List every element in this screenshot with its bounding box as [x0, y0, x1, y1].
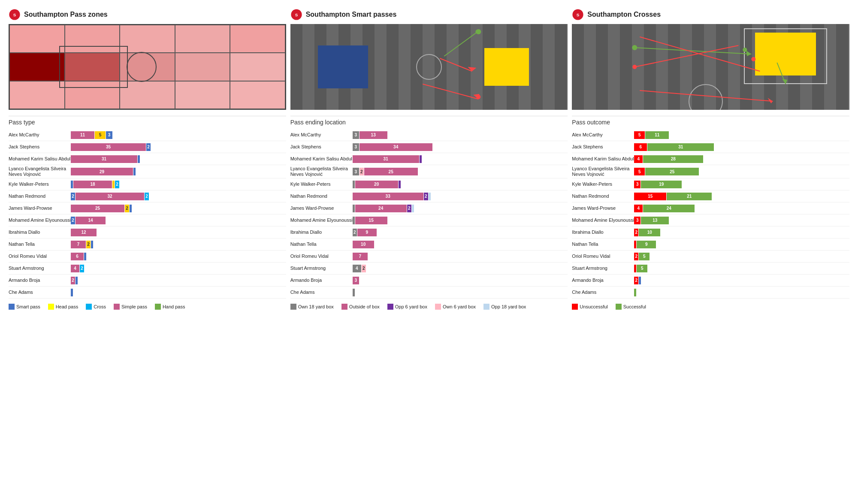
player-name: Mohamed Amine Elyounoussi	[9, 217, 71, 223]
bar-successful: 24	[643, 205, 695, 212]
legend-color-smart	[9, 304, 15, 310]
title-crosses: Southampton Crosses	[587, 11, 661, 18]
bars-container: 334	[353, 143, 568, 151]
bar-cross: 2	[115, 181, 119, 188]
bar-opp6	[420, 155, 422, 163]
player-name: Mohamed Karim Salisu Abdul	[572, 156, 634, 162]
bar-unsuccessful: 3	[634, 217, 640, 224]
player-name: Lyanco Evangelista Silveira Neves Vojnov…	[290, 166, 353, 177]
bar-smart	[133, 168, 136, 175]
player-row: Oriol Romeu Vidal7	[290, 250, 568, 263]
team-logo-2: S	[290, 9, 302, 21]
player-row: James Ward-Prowse424	[572, 202, 849, 214]
player-row: Armando Broja3	[290, 275, 568, 287]
player-row: Nathan Tella9	[572, 238, 849, 250]
bar-outside: 7	[353, 253, 368, 260]
svg-point-11	[476, 95, 480, 99]
bar-successful	[634, 289, 636, 296]
player-row: Stuart Armstrong42	[290, 263, 568, 275]
player-row: Nathan Tella10	[290, 238, 568, 250]
bar-own18	[353, 205, 355, 212]
legend-color-cross	[86, 304, 92, 310]
bars-container: 424	[634, 205, 849, 212]
legend-unsuccessful: Unsuccessful	[572, 304, 607, 310]
bar-head: 2	[125, 205, 129, 212]
player-name: Kyle Walker-Peters	[572, 181, 634, 187]
bars-container: 9	[634, 241, 849, 248]
bar-simple: 6	[71, 253, 84, 260]
legend-pass-zones: Smart pass Head pass Cross Simple pass H…	[9, 304, 286, 310]
bar-simple: 2	[71, 277, 75, 284]
legend-opp6: Opp 6 yard box	[387, 304, 427, 310]
legend-color-simple	[114, 304, 120, 310]
player-row: Kyle Walker-Peters319	[572, 178, 849, 190]
bars-container: 2	[634, 277, 849, 284]
legend-color-outside	[341, 304, 347, 310]
bars-container: 29	[71, 168, 286, 175]
player-name: Armando Broja	[290, 278, 353, 283]
legend-label-hand: Hand pass	[163, 304, 185, 309]
player-name: Alex McCarthy	[290, 132, 353, 138]
team-logo-1: S	[9, 9, 21, 21]
player-row: Mohamed Karim Salisu Abdul31	[290, 153, 568, 165]
bars-container: 319	[634, 181, 849, 188]
bar-opp6: 2	[407, 205, 411, 212]
player-row: Che Adams	[572, 287, 849, 299]
bar-own18	[353, 289, 355, 296]
player-name: Mohamed Karim Salisu Abdul	[9, 156, 71, 162]
bars-container: 25	[634, 253, 849, 260]
section-label-crosses: Pass outcome	[572, 116, 849, 126]
bars-container: 252	[71, 205, 286, 212]
svg-line-23	[640, 91, 773, 101]
bars-container: 182	[71, 181, 286, 188]
player-name: Stuart Armstrong	[572, 266, 634, 271]
bar-own6: 2	[362, 265, 366, 272]
player-name: Kyle Walker-Peters	[9, 181, 71, 187]
player-name: James Ward-Prowse	[9, 205, 71, 211]
bar-smart	[138, 155, 140, 163]
bars-container: 631	[634, 143, 849, 151]
svg-line-25	[640, 37, 760, 71]
bar-smart	[84, 253, 86, 260]
player-row: Armando Broja2	[572, 275, 849, 287]
bars-container	[353, 289, 568, 296]
bars-container: 3	[353, 277, 568, 284]
bar-successful: 21	[667, 193, 712, 200]
legend-own18: Own 18 yard box	[290, 304, 334, 310]
bar-own18	[353, 181, 355, 188]
player-row: Nathan Redmond1521	[572, 190, 849, 202]
bars-container: 29	[353, 229, 568, 236]
bar-unsuccessful: 4	[634, 155, 643, 163]
player-name: Nathan Tella	[572, 241, 634, 247]
bar-own18: 2	[353, 229, 357, 236]
legend-successful: Successful	[616, 304, 646, 310]
legend-simple: Simple pass	[114, 304, 147, 310]
bar-simple: 4	[71, 265, 79, 272]
panel-title-smart-passes: S Southampton Smart passes	[290, 9, 568, 21]
svg-text:S: S	[295, 12, 298, 17]
player-list-pass-zones: Alex McCarthy1153Jack Stephens352Mohamed…	[9, 129, 286, 299]
svg-text:S: S	[13, 12, 16, 17]
bar-smart	[639, 277, 641, 284]
panel-title-pass-zones: S Southampton Pass zones	[9, 9, 286, 21]
legend-opp18: Opp 18 yard box	[483, 304, 526, 310]
panel-title-crosses: S Southampton Crosses	[572, 9, 849, 21]
bars-container: 12	[71, 229, 286, 236]
bar-opp6: 2	[424, 193, 428, 200]
player-row: Oriol Romeu Vidal25	[572, 250, 849, 263]
player-row: Ibrahima Diallo210	[572, 226, 849, 238]
player-name: Nathan Redmond	[9, 193, 71, 199]
bars-container: 10	[353, 241, 568, 248]
bar-head: 2	[86, 241, 91, 248]
bar-own18: 3	[353, 143, 359, 151]
bars-container: 214	[71, 217, 286, 224]
bar-simple: 7	[71, 241, 86, 248]
bar-outside: 31	[353, 155, 419, 163]
bars-container: 242	[353, 205, 568, 212]
bar-successful: 13	[641, 217, 669, 224]
player-row: Nathan Redmond332	[290, 190, 568, 202]
player-row: Jack Stephens631	[572, 141, 849, 153]
legend-label-smart: Smart pass	[16, 304, 40, 309]
title-smart-passes: Southampton Smart passes	[306, 11, 397, 18]
legend-label-opp18: Opp 18 yard box	[491, 304, 526, 309]
